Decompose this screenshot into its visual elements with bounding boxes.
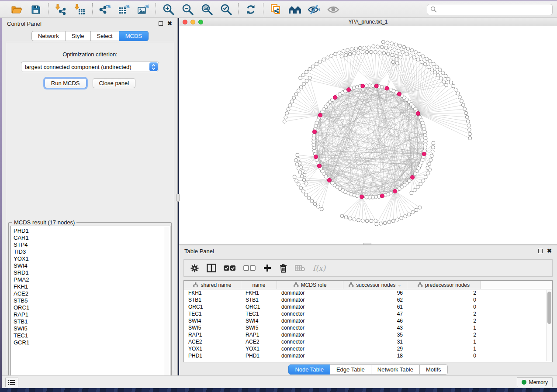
graph-leaf-node[interactable] — [344, 216, 348, 219]
graph-leaf-node[interactable] — [396, 218, 399, 221]
graph-leaf-node[interactable] — [441, 71, 445, 75]
save-session-icon[interactable] — [29, 3, 42, 16]
graph-leaf-node[interactable] — [304, 193, 308, 196]
graph-leaf-node[interactable] — [394, 43, 398, 46]
graph-leaf-node[interactable] — [401, 51, 405, 54]
export-image-icon[interactable] — [137, 3, 150, 16]
graph-mcds-hub-node[interactable] — [312, 130, 316, 134]
graph-leaf-node[interactable] — [297, 182, 300, 186]
graph-leaf-node[interactable] — [461, 103, 465, 107]
graph-leaf-node[interactable] — [302, 178, 306, 182]
graph-leaf-node[interactable] — [415, 208, 418, 212]
table-cell[interactable]: ORC1 — [184, 303, 241, 310]
graph-leaf-node[interactable] — [404, 215, 407, 218]
graph-leaf-node[interactable] — [379, 222, 383, 225]
table-cell[interactable]: 1 — [407, 338, 481, 345]
graph-leaf-node[interactable] — [363, 46, 366, 49]
search-input[interactable] — [439, 6, 549, 13]
export-table-icon[interactable] — [118, 3, 131, 16]
table-row[interactable]: TEC1TEC1connector472 — [184, 310, 546, 317]
graph-leaf-node[interactable] — [293, 175, 296, 179]
show-all-icon[interactable] — [327, 3, 340, 16]
mcds-result-item[interactable]: CAR1 — [14, 234, 170, 241]
graph-leaf-node[interactable] — [304, 70, 308, 74]
column-header-name[interactable]: name — [241, 281, 277, 289]
graph-leaf-node[interactable] — [338, 51, 341, 54]
graph-leaf-node[interactable] — [426, 172, 429, 175]
graph-leaf-node[interactable] — [422, 179, 425, 182]
graph-leaf-node[interactable] — [419, 182, 422, 186]
criterion-dropdown[interactable]: largest connected component (undirected) — [21, 62, 159, 72]
graph-leaf-node[interactable] — [429, 59, 432, 63]
table-cell[interactable]: 43 — [343, 324, 407, 331]
mcds-result-item[interactable]: ACE2 — [14, 290, 170, 297]
graph-leaf-node[interactable] — [416, 58, 420, 61]
graph-leaf-node[interactable] — [394, 54, 398, 58]
function-builder-icon[interactable]: f(x) — [313, 264, 325, 272]
graph-leaf-node[interactable] — [284, 116, 287, 119]
tab-edge-table[interactable]: Edge Table — [330, 364, 371, 375]
graph-leaf-node[interactable] — [445, 83, 448, 87]
graph-leaf-node[interactable] — [409, 54, 412, 57]
graph-leaf-node[interactable] — [307, 196, 311, 199]
graph-leaf-node[interactable] — [424, 175, 427, 179]
export-network-icon[interactable] — [98, 3, 111, 16]
graph-leaf-node[interactable] — [410, 48, 414, 52]
mcds-result-item[interactable]: SRD1 — [14, 269, 170, 276]
graph-leaf-node[interactable] — [390, 42, 394, 45]
mcds-result-item[interactable]: RAP1 — [14, 311, 170, 318]
graph-leaf-node[interactable] — [299, 76, 302, 80]
table-cell[interactable]: TEC1 — [241, 310, 277, 317]
memory-button[interactable]: Memory — [517, 377, 553, 387]
table-scrollbar[interactable] — [546, 290, 552, 361]
graph-leaf-node[interactable] — [358, 46, 362, 50]
graph-mcds-hub-node[interactable] — [314, 155, 318, 159]
graph-leaf-node[interactable] — [381, 40, 385, 44]
graph-leaf-node[interactable] — [383, 221, 387, 225]
table-cell[interactable]: RAP1 — [184, 331, 241, 338]
new-network-from-selection-icon[interactable] — [269, 3, 282, 16]
graph-mcds-hub-node[interactable] — [422, 152, 426, 156]
graph-leaf-node[interactable] — [389, 47, 392, 50]
graph-leaf-node[interactable] — [468, 132, 471, 136]
table-row[interactable]: STB1STB1dominator620 — [184, 296, 546, 303]
graph-leaf-node[interactable] — [454, 88, 457, 91]
graph-leaf-node[interactable] — [330, 54, 333, 58]
graph-node[interactable] — [371, 84, 374, 87]
tab-node-table[interactable]: Node Table — [288, 364, 330, 375]
graph-leaf-node[interactable] — [350, 48, 353, 51]
graph-leaf-node[interactable] — [439, 77, 443, 80]
close-panel-icon[interactable]: ✖ — [167, 21, 172, 26]
graph-leaf-node[interactable] — [413, 189, 416, 192]
graph-leaf-node[interactable] — [298, 171, 302, 174]
table-row[interactable]: RAP1RAP1dominator352 — [184, 331, 546, 338]
graph-leaf-node[interactable] — [410, 191, 413, 195]
graph-mcds-hub-node[interactable] — [374, 84, 378, 88]
graph-leaf-node[interactable] — [386, 52, 390, 55]
graph-leaf-node[interactable] — [425, 57, 429, 61]
graph-leaf-node[interactable] — [316, 205, 320, 208]
graph-leaf-node[interactable] — [380, 45, 384, 49]
graph-leaf-node[interactable] — [407, 213, 411, 216]
table-cell[interactable]: dominator — [277, 289, 343, 296]
graph-leaf-node[interactable] — [433, 71, 437, 74]
panel-list-button[interactable] — [5, 378, 18, 387]
graph-leaf-node[interactable] — [406, 47, 410, 50]
graph-leaf-node[interactable] — [315, 62, 318, 66]
graph-leaf-node[interactable] — [442, 80, 446, 83]
add-column-icon[interactable] — [263, 264, 272, 272]
graph-node[interactable] — [413, 172, 417, 175]
network-graph-canvas[interactable] — [179, 26, 557, 244]
graph-leaf-node[interactable] — [391, 60, 395, 64]
graph-leaf-node[interactable] — [387, 220, 391, 224]
graph-mcds-hub-node[interactable] — [333, 96, 337, 100]
table-cell[interactable]: 35 — [343, 331, 407, 338]
graph-leaf-node[interactable] — [326, 56, 329, 59]
float-window-icon[interactable] — [159, 21, 163, 26]
first-neighbors-icon[interactable] — [288, 3, 301, 16]
graph-leaf-node[interactable] — [374, 50, 377, 54]
search-field[interactable] — [427, 4, 553, 15]
table-cell[interactable]: 1 — [407, 345, 481, 352]
graph-leaf-node[interactable] — [391, 53, 394, 57]
graph-leaf-node[interactable] — [411, 210, 415, 214]
